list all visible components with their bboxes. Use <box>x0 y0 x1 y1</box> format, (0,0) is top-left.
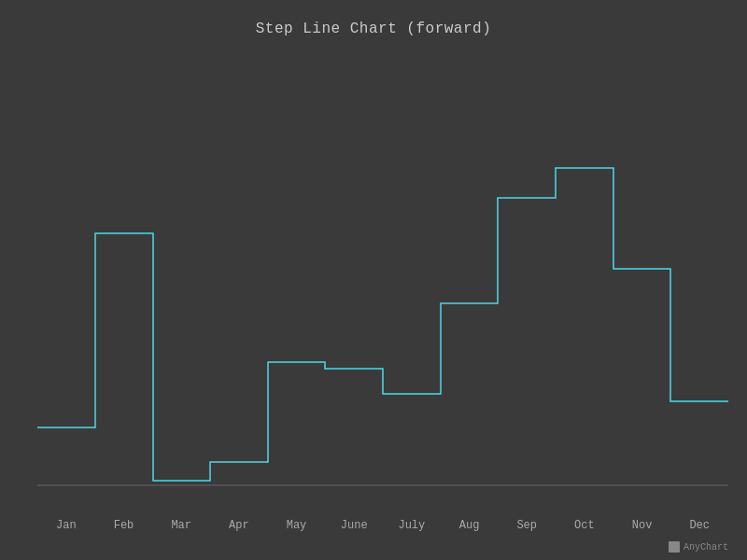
x-label-june: June <box>325 519 383 532</box>
anychart-branding: AnyChart <box>669 541 728 553</box>
x-label-oct: Oct <box>556 519 613 532</box>
x-label-nov: Nov <box>613 519 671 532</box>
x-label-jan: Jan <box>37 519 95 532</box>
chart-area <box>37 56 728 513</box>
chart-title: Step Line Chart (forward) <box>0 0 747 37</box>
chart-svg <box>37 56 728 513</box>
step-line <box>37 168 728 481</box>
x-axis: Jan Feb Mar Apr May June July Aug Sep Oc… <box>37 519 728 532</box>
x-label-mar: Mar <box>152 519 210 532</box>
x-label-feb: Feb <box>95 519 153 532</box>
x-label-july: July <box>383 519 441 532</box>
chart-container: Step Line Chart (forward) Jan Feb Mar Ap… <box>0 0 747 560</box>
x-label-apr: Apr <box>210 519 268 532</box>
anychart-icon <box>669 541 680 553</box>
x-label-may: May <box>268 519 326 532</box>
x-label-sep: Sep <box>498 519 556 532</box>
x-label-dec: Dec <box>670 519 728 532</box>
x-label-aug: Aug <box>441 519 499 532</box>
anychart-text: AnyChart <box>684 542 728 553</box>
